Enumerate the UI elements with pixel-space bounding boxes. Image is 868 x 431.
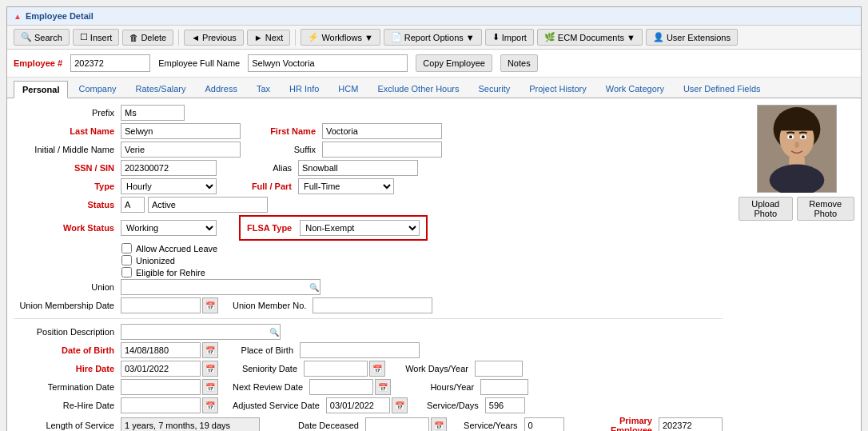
seniority-date-cal-button[interactable]: 📅 (369, 361, 385, 377)
eligible-rehire-checkbox[interactable] (121, 267, 132, 277)
user-ext-icon: 👤 (653, 32, 664, 42)
copy-employee-button[interactable]: Copy Employee (416, 54, 492, 72)
service-years-label: Service/Years (461, 421, 521, 430)
adj-service-date-input[interactable] (326, 397, 390, 413)
allow-accrued-leave-row: Allow Accrued Leave (121, 243, 723, 253)
primary-employee-input[interactable] (659, 417, 723, 431)
previous-button[interactable]: ◄ Previous (184, 30, 244, 46)
union-membership-date-input[interactable] (121, 297, 201, 313)
status-code-input[interactable] (121, 197, 145, 213)
union-row: Union 🔍 (14, 279, 723, 295)
employee-number-input[interactable] (70, 54, 150, 72)
date-deceased-container: 📅 (365, 417, 447, 431)
first-name-input[interactable] (322, 123, 442, 139)
alias-input[interactable] (298, 160, 418, 176)
hire-date-cal-button[interactable]: 📅 (202, 361, 218, 377)
dob-input[interactable] (121, 342, 201, 358)
seniority-date-label: Seniority Date (233, 364, 301, 373)
delete-button[interactable]: 🗑 Delete (122, 30, 173, 46)
tab-address[interactable]: Address (197, 80, 246, 98)
union-membership-date-cal-button[interactable]: 📅 (202, 297, 218, 313)
photo-area: Upload Photo Remove Photo (739, 105, 854, 431)
primary-employee-label: Primary Employee (578, 416, 655, 431)
union-label: Union (14, 282, 117, 292)
tab-company[interactable]: Company (70, 80, 125, 98)
full-part-label: Full / Part (239, 182, 295, 191)
unionized-label: Unionized (136, 256, 175, 265)
upload-photo-button[interactable]: Upload Photo (739, 197, 793, 221)
content-area: Prefix Last Name First Name Initial / Mi… (7, 98, 861, 431)
place-birth-input[interactable] (300, 342, 420, 358)
hours-year-input[interactable] (480, 379, 528, 395)
last-name-label: Last Name (14, 126, 117, 136)
date-deceased-input[interactable] (365, 417, 429, 431)
hire-date-input[interactable] (121, 361, 201, 377)
toolbar: 🔍 Search ☐ Insert 🗑 Delete ◄ Previous ► … (7, 26, 861, 50)
user-extensions-button[interactable]: 👤 User Extensions (646, 29, 738, 46)
tab-tax[interactable]: Tax (248, 80, 279, 98)
union-input[interactable] (121, 279, 321, 295)
status-text-input[interactable] (148, 197, 268, 213)
position-desc-input[interactable] (121, 324, 281, 340)
service-days-input[interactable] (485, 397, 525, 413)
insert-button[interactable]: ☐ Insert (73, 29, 120, 46)
window-title: Employee Detail (26, 11, 94, 21)
termination-date-input[interactable] (121, 379, 201, 395)
import-button[interactable]: ⬇ Import (485, 29, 534, 46)
dob-cal-button[interactable]: 📅 (202, 342, 218, 358)
workflows-button[interactable]: ⚡ Workflows ▼ (301, 29, 380, 46)
next-review-date-cal-button[interactable]: 📅 (375, 379, 391, 395)
tab-work-category[interactable]: Work Category (597, 80, 673, 98)
union-member-no-label: Union Member No. (233, 301, 309, 310)
first-name-label: First Name (263, 126, 319, 136)
work-days-year-input[interactable] (475, 361, 523, 377)
ssn-input[interactable] (121, 160, 217, 176)
adj-service-date-cal-button[interactable]: 📅 (392, 397, 408, 413)
seniority-date-input[interactable] (304, 361, 368, 377)
rehire-date-cal-button[interactable]: 📅 (202, 397, 218, 413)
full-part-select[interactable]: Full-Time (298, 178, 394, 194)
union-member-no-input[interactable] (313, 297, 432, 313)
employee-number-label: Employee # (14, 58, 62, 68)
tab-personal[interactable]: Personal (14, 81, 68, 98)
tab-user-defined-fields[interactable]: User Defined Fields (675, 80, 770, 98)
date-deceased-cal-button[interactable]: 📅 (431, 417, 447, 431)
termination-date-cal-button[interactable]: 📅 (202, 379, 218, 395)
rehire-date-label: Re-Hire Date (14, 401, 117, 410)
tab-hr-info[interactable]: HR Info (281, 80, 328, 98)
next-button[interactable]: ► Next (247, 30, 291, 46)
prev-icon: ◄ (191, 33, 200, 42)
search-button[interactable]: 🔍 Search (14, 29, 70, 46)
tab-hcm[interactable]: HCM (329, 80, 367, 98)
remove-photo-button[interactable]: Remove Photo (797, 197, 854, 221)
suffix-input[interactable] (322, 142, 442, 158)
union-search-icon: 🔍 (309, 283, 319, 292)
full-name-input[interactable] (248, 54, 408, 72)
unionized-checkbox[interactable] (121, 255, 132, 265)
dob-label: Date of Birth (14, 345, 117, 355)
service-years-input[interactable] (524, 417, 564, 431)
flsa-type-select[interactable]: Non-Exempt (300, 220, 420, 236)
notes-button[interactable]: Notes (500, 54, 538, 72)
tab-rates-salary[interactable]: Rates/Salary (127, 80, 195, 98)
allow-accrued-leave-checkbox[interactable] (121, 243, 132, 253)
middle-name-label: Initial / Middle Name (14, 145, 117, 154)
next-review-date-input[interactable] (309, 379, 373, 395)
tab-project-history[interactable]: Project History (520, 80, 595, 98)
tab-security[interactable]: Security (469, 80, 519, 98)
last-name-input[interactable] (121, 123, 241, 139)
svg-point-10 (801, 135, 804, 138)
work-status-select[interactable]: Working (121, 220, 217, 236)
rehire-date-input[interactable] (121, 397, 201, 413)
middle-name-input[interactable] (121, 142, 241, 158)
work-status-row: Work Status Working FLSA Type Non-Exempt (14, 215, 723, 241)
tab-exclude-other-hours[interactable]: Exclude Other Hours (368, 80, 468, 98)
report-options-button[interactable]: 📄 Report Options ▼ (384, 29, 482, 46)
ecm-documents-button[interactable]: 🌿 ECM Documents ▼ (537, 29, 643, 46)
flsa-type-label: FLSA Type (247, 223, 295, 233)
prefix-input[interactable] (121, 105, 185, 121)
ecm-dropdown-icon: ▼ (627, 33, 635, 42)
svg-point-11 (794, 142, 799, 148)
photo-buttons: Upload Photo Remove Photo (739, 197, 854, 221)
type-select[interactable]: Hourly (121, 178, 217, 194)
